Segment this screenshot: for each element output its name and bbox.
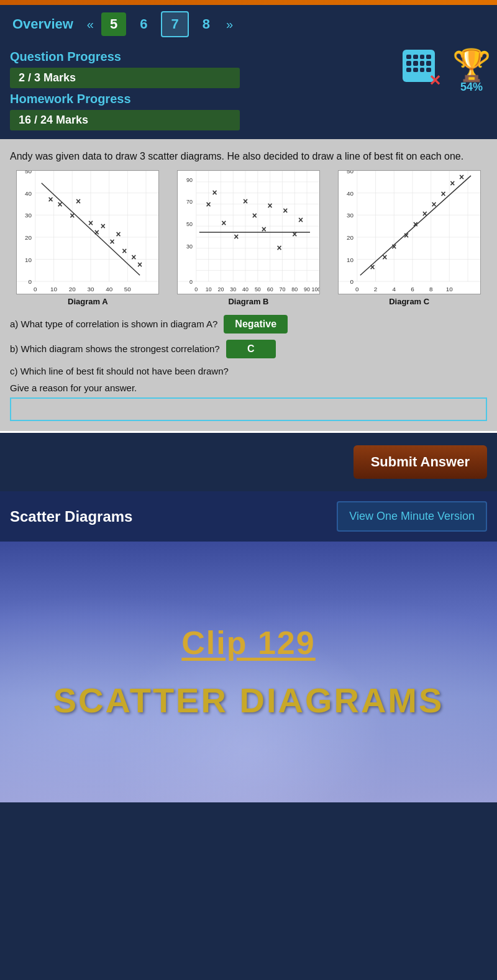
diagram-b-svg: 0 10 20 30 40 50 60 70 80 90 0 30 50 70 … [177,170,320,294]
svg-text:90: 90 [304,286,310,293]
nav-page-8[interactable]: 8 [194,12,219,36]
cloud-overlay [0,542,497,802]
svg-text:20: 20 [347,234,353,241]
nav-prev-icon[interactable]: « [84,14,96,35]
nav-page-5[interactable]: 5 [101,12,126,36]
diagram-c-svg: 0 2 4 6 8 10 0 10 20 30 40 50 × × × × × [338,170,481,294]
svg-text:×: × [440,189,445,199]
svg-text:×: × [404,230,409,240]
svg-text:×: × [221,218,226,228]
question-progress-bar: 2 / 3 Marks [10,68,240,88]
svg-text:0: 0 [350,278,353,285]
svg-text:×: × [459,172,464,182]
svg-text:10: 10 [206,286,212,293]
svg-text:50: 50 [186,221,193,227]
calc-dot [413,55,418,59]
diagram-b-container: 0 10 20 30 40 50 60 70 80 90 0 30 50 70 … [171,170,327,306]
scatter-diagrams-title: SCATTER DIAGRAMS [53,680,444,720]
svg-text:0: 0 [29,278,32,285]
svg-text:×: × [88,218,93,228]
svg-text:70: 70 [279,286,285,293]
calculator-icon: ✕ [403,50,440,87]
svg-text:×: × [252,211,257,220]
svg-text:×: × [431,199,436,209]
scatter-footer: Scatter Diagrams View One Minute Version [0,491,497,542]
icons-area: ✕ 🏆 54% [403,50,491,94]
svg-text:6: 6 [411,286,414,293]
part-c-text1: c) Which line of best fit should not hav… [10,365,487,379]
calc-dot [406,61,411,65]
diagram-a-label: Diagram A [68,297,108,306]
svg-text:×: × [101,221,106,231]
question-area: Andy was given data to draw 3 scatter di… [0,139,497,431]
submit-button[interactable]: Submit Answer [353,445,487,479]
nav-page-6[interactable]: 6 [131,12,156,36]
svg-text:50: 50 [25,170,32,175]
part-b-answer: C [226,340,276,358]
svg-text:×: × [94,227,99,237]
svg-text:×: × [70,211,75,220]
trophy-icon: 🏆 [452,50,491,81]
question-intro: Andy was given data to draw 3 scatter di… [10,149,487,164]
homework-progress-label: Homework Progress [10,92,487,106]
svg-text:×: × [206,199,211,209]
svg-text:0: 0 [34,286,37,293]
nav-overview[interactable]: Overview [6,12,80,36]
svg-text:40: 40 [242,286,248,293]
top-bar [0,0,497,5]
svg-text:50: 50 [124,286,131,293]
svg-text:×: × [234,232,239,242]
calc-dot [426,55,431,59]
svg-text:40: 40 [347,190,353,197]
svg-text:90: 90 [186,177,193,183]
svg-text:×: × [76,196,81,206]
part-a-text: a) What type of correlation is shown in … [10,317,217,332]
part-c-input[interactable] [10,397,487,421]
calc-dot [426,61,431,65]
calc-dot [413,61,418,65]
part-a-answer: Negative [224,315,288,333]
part-c-row: c) Which line of best fit should not hav… [10,365,487,421]
svg-text:10: 10 [25,256,32,263]
clip-text: Clip 129 [181,624,315,661]
svg-text:×: × [58,199,63,209]
diagram-c-label: Diagram C [389,297,429,306]
svg-text:×: × [137,260,142,270]
svg-text:×: × [48,194,53,204]
view-one-minute-button[interactable]: View One Minute Version [337,501,487,532]
svg-text:×: × [116,229,121,239]
svg-text:×: × [110,237,115,247]
svg-text:0: 0 [194,286,198,293]
svg-text:30: 30 [88,286,94,293]
top-icons: ✕ 🏆 54% [403,50,491,94]
calc-dot [420,55,425,59]
sky-section: Clip 129 SCATTER DIAGRAMS [0,542,497,802]
svg-text:8: 8 [429,286,433,293]
svg-rect-91 [339,171,480,294]
diagram-c-container: 0 2 4 6 8 10 0 10 20 30 40 50 × × × × × [331,170,487,306]
homework-progress-bar: 16 / 24 Marks [10,110,240,130]
svg-text:40: 40 [25,190,32,197]
diagram-a-svg: 0 10 20 30 40 50 0 10 20 30 40 50 × × × … [16,170,159,294]
diagram-b-label: Diagram B [228,297,268,306]
nav-next-icon[interactable]: » [224,14,235,35]
calc-x-icon: ✕ [429,73,441,88]
svg-text:10: 10 [50,286,57,293]
trophy-area: 🏆 54% [452,50,491,94]
question-marks: 2 / 3 Marks [19,71,76,84]
nav-page-7[interactable]: 7 [161,11,188,37]
svg-text:30: 30 [347,212,353,219]
svg-text:×: × [450,178,455,188]
svg-text:×: × [276,243,281,253]
svg-text:0: 0 [189,279,193,285]
svg-text:×: × [298,215,303,225]
part-b-row: b) Which diagram shows the strongest cor… [10,340,487,358]
svg-text:80: 80 [291,286,298,293]
homework-marks: 16 / 24 Marks [19,114,88,126]
svg-rect-0 [17,171,158,294]
calc-dot [426,68,431,72]
svg-text:×: × [132,252,137,262]
svg-text:4: 4 [392,286,396,293]
svg-text:×: × [212,188,217,197]
svg-text:×: × [268,201,273,211]
